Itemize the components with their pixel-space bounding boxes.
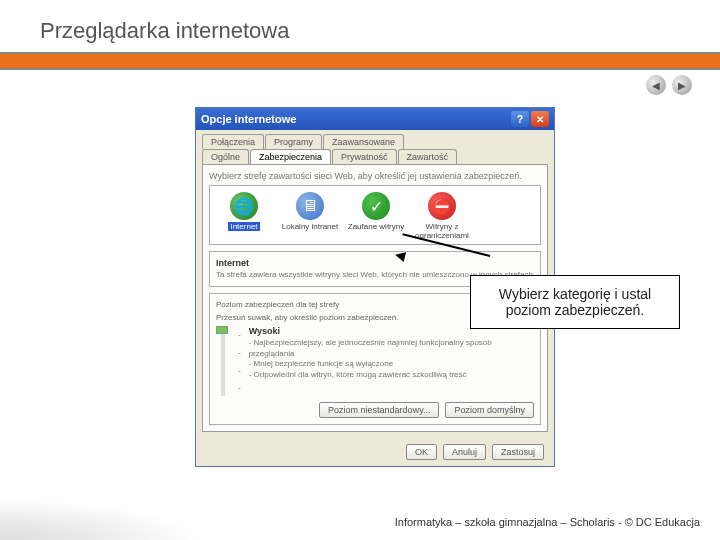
- no-entry-icon: ⛔: [428, 192, 456, 220]
- zone-trusted-sites[interactable]: ✓ Zaufane witryny: [346, 192, 406, 240]
- slider-tick: -: [238, 344, 241, 361]
- zone-restricted-sites[interactable]: ⛔ Witryny z ograniczeniami: [412, 192, 472, 240]
- prev-icon[interactable]: ◀: [646, 75, 666, 95]
- zone-local-intranet[interactable]: 🖥 Lokalny intranet: [280, 192, 340, 240]
- security-slider[interactable]: [221, 326, 225, 396]
- apply-button[interactable]: Zastosuj: [492, 444, 544, 460]
- help-icon[interactable]: ?: [511, 111, 529, 127]
- zone-label: Lokalny intranet: [282, 222, 338, 231]
- footer-decoration: [0, 500, 200, 540]
- zone-instruction: Wybierz strefę zawartości sieci Web, aby…: [209, 171, 541, 181]
- default-level-button[interactable]: Poziom domyślny: [445, 402, 534, 418]
- zone-selector: 🌐 Internet 🖥 Lokalny intranet ✓ Zaufane …: [209, 185, 541, 245]
- zone-internet[interactable]: 🌐 Internet: [214, 192, 274, 240]
- computer-icon: 🖥: [296, 192, 324, 220]
- slider-thumb-icon[interactable]: [216, 326, 228, 334]
- custom-level-button[interactable]: Poziom niestandardowy...: [319, 402, 439, 418]
- security-level-bullets: - Najbezpieczniejszy, ale jednocześnie n…: [249, 338, 534, 380]
- dialog-buttons: OK Anuluj Zastosuj: [196, 438, 554, 466]
- tab-security[interactable]: Zabezpieczenia: [250, 149, 331, 164]
- slide-title: Przeglądarka internetowa: [0, 0, 720, 52]
- globe-icon: 🌐: [230, 192, 258, 220]
- divider-bottom: [0, 68, 720, 70]
- tab-advanced[interactable]: Zaawansowane: [323, 134, 404, 149]
- bullet: - Najbezpieczniejszy, ale jednocześnie n…: [249, 338, 534, 359]
- nav-arrows: ◀ ▶: [646, 75, 692, 95]
- accent-bar: [0, 54, 720, 68]
- slider-tick: -: [238, 379, 241, 396]
- tab-general[interactable]: Ogólne: [202, 149, 249, 164]
- tab-privacy[interactable]: Prywatność: [332, 149, 397, 164]
- titlebar[interactable]: Opcje internetowe ? ✕: [196, 108, 554, 130]
- check-icon: ✓: [362, 192, 390, 220]
- cancel-button[interactable]: Anuluj: [443, 444, 486, 460]
- zone-detail-heading: Internet: [216, 258, 534, 268]
- footer-text: Informatyka – szkoła gimnazjalna – Schol…: [395, 516, 700, 528]
- tab-programs[interactable]: Programy: [265, 134, 322, 149]
- ok-button[interactable]: OK: [406, 444, 437, 460]
- zone-label: Internet: [228, 222, 259, 231]
- tabs: Połączenia Programy Zaawansowane Ogólne …: [196, 130, 554, 164]
- zone-label: Zaufane witryny: [348, 222, 404, 231]
- tab-content[interactable]: Zawartość: [398, 149, 458, 164]
- bullet: - Odpowiedni dla witryn, które mogą zawi…: [249, 370, 534, 380]
- slider-tick: -: [238, 362, 241, 379]
- tab-connections[interactable]: Połączenia: [202, 134, 264, 149]
- bullet: - Mniej bezpieczne funkcje są wyłączone: [249, 359, 534, 369]
- close-icon[interactable]: ✕: [531, 111, 549, 127]
- dialog-title: Opcje internetowe: [201, 113, 296, 125]
- callout-box: Wybierz kategorię i ustal poziom zabezpi…: [470, 275, 680, 329]
- slider-tick: -: [238, 326, 241, 343]
- next-icon[interactable]: ▶: [672, 75, 692, 95]
